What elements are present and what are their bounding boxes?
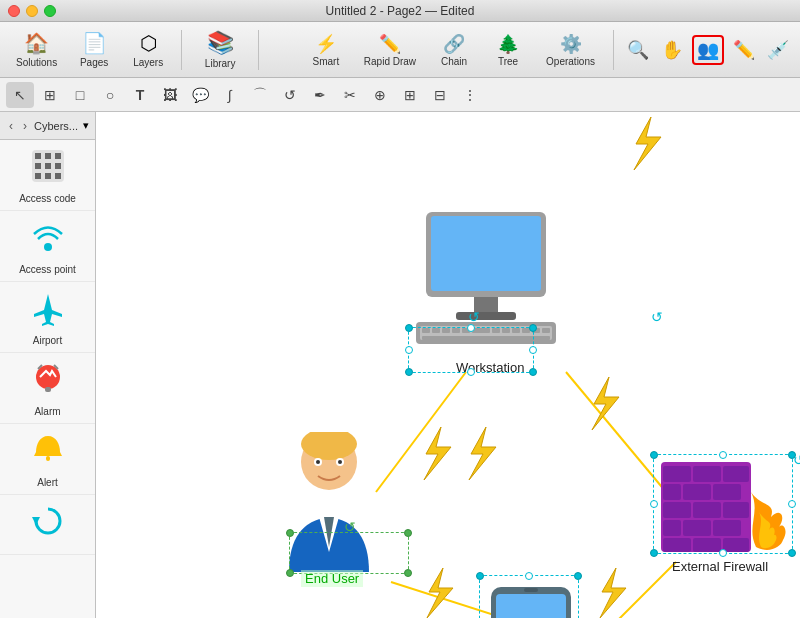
toolbar-library[interactable]: 📚 Library — [190, 26, 250, 73]
sidebar-forward-btn[interactable]: › — [20, 118, 30, 134]
firewall-selection — [653, 454, 793, 554]
bolt-ws-eu-2 — [451, 422, 511, 486]
rect-tool[interactable]: □ — [66, 82, 94, 108]
smart-icon: ⚡ — [315, 33, 337, 55]
sidebar-back-btn[interactable]: ‹ — [6, 118, 16, 134]
toolbar-sep-1 — [181, 30, 182, 70]
arc-tool[interactable]: ⌒ — [246, 82, 274, 108]
svg-marker-65 — [469, 427, 496, 480]
svg-marker-69 — [600, 568, 626, 618]
tree-icon: 🌲 — [497, 33, 519, 55]
rotation-handle-ws[interactable]: ↺ — [468, 309, 480, 325]
operations-icon: ⚙️ — [560, 33, 582, 55]
rotate-tool[interactable]: ↺ — [276, 82, 304, 108]
curve-tool[interactable]: ∫ — [216, 82, 244, 108]
access-point-label: Access point — [19, 264, 76, 275]
sidebar-item-airport[interactable]: Airport — [0, 282, 95, 353]
pencil-tool[interactable]: ✏️ — [730, 37, 758, 63]
minus-tool[interactable]: ⊟ — [426, 82, 454, 108]
main-area: ‹ › Cybers... ▾ Ac — [0, 112, 800, 618]
window-title: Untitled 2 - Page2 — Edited — [326, 4, 475, 18]
hand-tool[interactable]: ✋ — [658, 37, 686, 63]
access-point-icon — [30, 219, 66, 260]
more-tool[interactable]: ⋮ — [456, 82, 484, 108]
svg-rect-1 — [35, 153, 41, 159]
pages-icon: 📄 — [82, 31, 107, 55]
svg-rect-7 — [35, 173, 41, 179]
sidebar-dropdown-btn[interactable]: ▾ — [83, 119, 89, 132]
chain-icon: 🔗 — [443, 33, 465, 55]
layers-label: Layers — [133, 57, 163, 68]
note-tool[interactable]: 💬 — [186, 82, 214, 108]
access-code-icon — [30, 148, 66, 189]
svg-rect-4 — [35, 163, 41, 169]
canvas-area[interactable]: Workstation — [96, 112, 800, 618]
image-tool[interactable]: 🖼 — [156, 82, 184, 108]
access-code-label: Access code — [19, 193, 76, 204]
alert-label: Alert — [37, 477, 58, 488]
airport-label: Airport — [33, 335, 62, 346]
select-tool[interactable]: ↖ — [6, 82, 34, 108]
plus-tool[interactable]: ⊕ — [366, 82, 394, 108]
sidebar: ‹ › Cybers... ▾ Ac — [0, 112, 96, 618]
toolbar-chain[interactable]: 🔗 Chain — [430, 30, 478, 70]
library-icon: 📚 — [207, 30, 234, 56]
alert-icon — [30, 432, 66, 473]
pages-label: Pages — [80, 57, 108, 68]
rotation-handle-fw[interactable]: ↺ — [793, 452, 800, 468]
sidebar-item-refresh[interactable] — [0, 495, 95, 555]
tablet-selection — [479, 575, 579, 618]
svg-marker-64 — [424, 427, 451, 480]
svg-rect-9 — [55, 173, 61, 179]
workstation-selection — [408, 327, 534, 373]
library-label: Library — [205, 58, 236, 69]
sidebar-item-access-code[interactable]: Access code — [0, 140, 95, 211]
rotation-handle-ws2[interactable]: ↺ — [651, 309, 663, 325]
chain-label: Chain — [441, 56, 467, 67]
svg-rect-5 — [45, 163, 51, 169]
svg-point-10 — [44, 243, 52, 251]
draw-toolbar: ↖ ⊞ □ ○ T 🖼 💬 ∫ ⌒ ↺ ✒ ✂ ⊕ ⊞ ⊟ ⋮ — [0, 78, 800, 112]
eyedrop-tool[interactable]: 💉 — [764, 37, 792, 63]
text-tool[interactable]: T — [126, 82, 154, 108]
bolt-ws-fw-2 — [616, 112, 676, 176]
toolbar-operations[interactable]: ⚙️ Operations — [538, 30, 603, 70]
operations-label: Operations — [546, 56, 595, 67]
users-tool[interactable]: 👥 — [692, 35, 724, 65]
toolbar-tree[interactable]: 🌲 Tree — [484, 30, 532, 70]
toolbar-layers[interactable]: ⬡ Layers — [123, 27, 173, 72]
main-toolbar: 🏠 Solutions 📄 Pages ⬡ Layers 📚 Library ⚡… — [0, 22, 800, 78]
toolbar-rapid-draw[interactable]: ✏️ Rapid Draw — [356, 30, 424, 70]
bolt-ws-fw — [574, 372, 634, 436]
toolbar-pages[interactable]: 📄 Pages — [69, 27, 119, 72]
svg-point-42 — [316, 460, 320, 464]
sidebar-item-alert[interactable]: Alert — [0, 424, 95, 495]
sidebar-item-access-point[interactable]: Access point — [0, 211, 95, 282]
close-button[interactable] — [8, 5, 20, 17]
end-user-selection — [289, 532, 409, 574]
rotation-handle-eu[interactable]: ↺ — [344, 519, 356, 535]
grid-tool[interactable]: ⊞ — [36, 82, 64, 108]
ellipse-tool[interactable]: ○ — [96, 82, 124, 108]
pen-tool[interactable]: ✒ — [306, 82, 334, 108]
layers-icon: ⬡ — [140, 31, 157, 55]
refresh-icon — [30, 503, 66, 544]
toolbar-smart[interactable]: ⚡ Smart — [302, 30, 350, 70]
minimize-button[interactable] — [26, 5, 38, 17]
scissors-tool[interactable]: ✂ — [336, 82, 364, 108]
smart-label: Smart — [312, 56, 339, 67]
svg-rect-2 — [45, 153, 51, 159]
svg-rect-20 — [431, 216, 541, 291]
title-bar: Untitled 2 - Page2 — Edited — [0, 0, 800, 22]
search-tool[interactable]: 🔍 — [624, 37, 652, 63]
svg-rect-13 — [46, 456, 50, 461]
sidebar-item-alarm[interactable]: Alarm — [0, 353, 95, 424]
toolbar-right-group: ⚡ Smart ✏️ Rapid Draw 🔗 Chain 🌲 Tree ⚙️ … — [302, 30, 792, 70]
solutions-label: Solutions — [16, 57, 57, 68]
maximize-button[interactable] — [44, 5, 56, 17]
svg-point-43 — [338, 460, 342, 464]
svg-rect-6 — [55, 163, 61, 169]
toolbar-solutions[interactable]: 🏠 Solutions — [8, 27, 65, 72]
grid2-tool[interactable]: ⊞ — [396, 82, 424, 108]
svg-rect-36 — [542, 328, 550, 333]
